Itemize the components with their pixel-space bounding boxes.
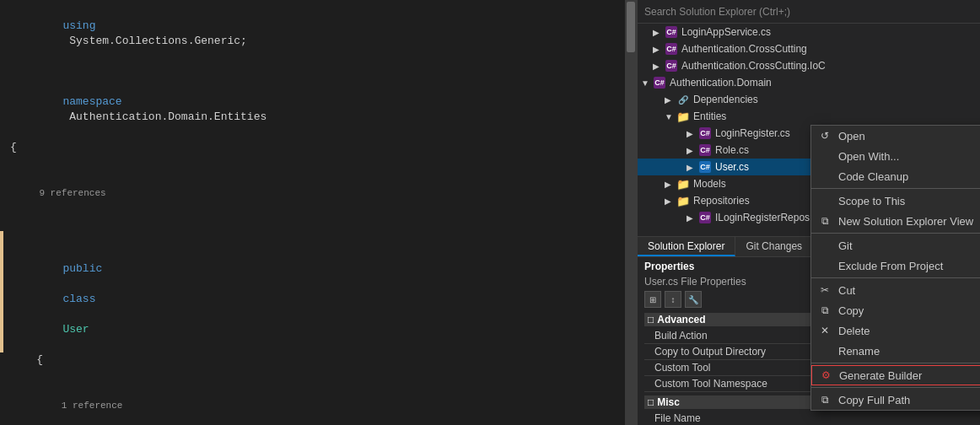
- tab-git-changes[interactable]: Git Changes: [735, 237, 813, 256]
- icon-crosscutting-ioc: C#: [665, 59, 678, 73]
- icon-entities: 📁: [676, 110, 690, 123]
- arrow-crosscutting: ▶: [653, 45, 665, 54]
- tree-item-crosscutting[interactable]: ▶ C# Authentication.CrossCutting: [638, 40, 980, 57]
- ctx-rename[interactable]: Rename: [811, 341, 980, 361]
- ctx-code-cleanup-label: Code Cleanup: [838, 170, 980, 183]
- icon-iloginregisterrepos: C#: [698, 211, 712, 224]
- editor-scrollbar[interactable]: [625, 0, 637, 425]
- scroll-thumb[interactable]: [627, 2, 635, 52]
- ctx-new-se-view-label: New Solution Explorer View: [838, 215, 980, 228]
- copy-icon: ⧉: [818, 304, 832, 317]
- tree-label-domain: Authentication.Domain: [670, 77, 772, 89]
- prop-row-file-name: File Name: [644, 411, 973, 425]
- tree-item-dependencies[interactable]: ▶ 🔗 Dependencies: [638, 91, 980, 108]
- delete-icon: ✕: [818, 324, 832, 337]
- arrow-loginregister: ▶: [687, 129, 698, 138]
- ctx-code-cleanup[interactable]: Code Cleanup: [811, 166, 980, 186]
- icon-user: C#: [698, 160, 712, 174]
- tree-label-role: Role.cs: [715, 144, 749, 156]
- code-line-4: {: [0, 140, 637, 155]
- arrow-repositories: ▶: [665, 196, 676, 206]
- arrow-dependencies: ▶: [665, 95, 676, 105]
- generate-builder-icon: ⚙: [819, 369, 832, 382]
- arrow-iloginregisterrepos: ▶: [687, 213, 698, 223]
- ctx-new-solution-explorer-view[interactable]: ⧉ New Solution Explorer View: [811, 211, 980, 231]
- ctx-git-label: Git: [838, 239, 980, 252]
- arrow-loginappservice: ▶: [653, 28, 665, 37]
- ctx-open-label: Open: [838, 130, 980, 143]
- prop-label-file-name: File Name: [644, 412, 788, 424]
- code-line-8: 1 reference: [0, 368, 637, 425]
- context-menu: ↺ Open Open With... Code Cleanup Scope t…: [810, 125, 980, 411]
- tab-solution-explorer[interactable]: Solution Explorer: [638, 237, 735, 256]
- prop-btn-grid[interactable]: ⊞: [644, 291, 661, 308]
- icon-models: 📁: [676, 177, 690, 191]
- arrow-domain: ▼: [641, 78, 653, 88]
- line-1-content: using System.Collections.Generic;: [3, 3, 637, 64]
- ctx-copy[interactable]: ⧉ Copy: [811, 300, 980, 320]
- git-icon: [818, 239, 832, 252]
- ctx-sep-5: [811, 387, 980, 388]
- ctx-rename-label: Rename: [838, 345, 980, 358]
- code-line-2: [0, 64, 637, 79]
- code-line-3: namespace Authentication.Domain.Entities: [0, 79, 637, 140]
- ctx-sep-4: [811, 363, 980, 363]
- ctx-cut[interactable]: ✂ Cut: [811, 280, 980, 300]
- tree-label-iloginregisterrepos: ILoginRegisterRepos: [715, 212, 810, 223]
- prop-btn-sort[interactable]: ↕: [665, 291, 681, 308]
- arrow-crosscutting-ioc: ▶: [653, 62, 665, 71]
- collapse-advanced: □: [648, 314, 654, 325]
- ctx-open[interactable]: ↺ Open: [811, 126, 980, 146]
- class-user: User: [62, 323, 89, 336]
- code-line-6: public class User: [0, 231, 637, 352]
- ctx-copy-full-path[interactable]: ⧉ Copy Full Path: [811, 390, 980, 410]
- ctx-sep-1: [811, 188, 980, 189]
- prop-label-custom-tool-ns: Custom Tool Namespace: [644, 378, 788, 390]
- line-7-content: {: [3, 352, 637, 368]
- ctx-exclude-from-project[interactable]: Exclude From Project: [811, 256, 980, 276]
- tree-label-repositories: Repositories: [693, 195, 750, 207]
- code-cleanup-icon: [818, 169, 832, 183]
- tree-item-crosscutting-ioc[interactable]: ▶ C# Authentication.CrossCutting.IoC: [638, 57, 980, 74]
- tree-label-crosscutting: Authentication.CrossCutting: [681, 43, 807, 55]
- code-line-5: 9 references: [0, 155, 637, 231]
- tree-label-models: Models: [693, 178, 726, 190]
- tree-item-domain[interactable]: ▼ C# Authentication.Domain: [638, 74, 980, 91]
- editor-panel: using System.Collections.Generic; namesp…: [0, 0, 637, 425]
- tree-label-loginappservice: LoginAppService.cs: [681, 26, 771, 38]
- collapse-misc: □: [648, 396, 654, 408]
- icon-role: C#: [698, 143, 712, 157]
- rename-icon: [818, 344, 832, 358]
- search-placeholder: Search Solution Explorer (Ctrl+;): [644, 6, 790, 18]
- ctx-open-with[interactable]: Open With...: [811, 146, 980, 166]
- icon-loginappservice: C#: [665, 25, 678, 39]
- arrow-role: ▶: [687, 146, 698, 155]
- ctx-copy-full-path-label: Copy Full Path: [838, 394, 980, 406]
- code-line-7: {: [0, 352, 637, 368]
- tree-item-entities[interactable]: ▼ 📁 Entities: [638, 108, 980, 125]
- solution-explorer-panel: Search Solution Explorer (Ctrl+;) ▶ C# L…: [637, 0, 980, 425]
- tree-label-user: User.cs: [715, 161, 749, 173]
- line-2-content: [3, 64, 637, 79]
- prop-label-build-action: Build Action: [644, 330, 788, 342]
- line-6-content: public class User: [3, 231, 637, 352]
- arrow-models: ▶: [665, 180, 676, 189]
- prop-btn-wrench[interactable]: 🔧: [685, 291, 702, 308]
- line-4-content: {: [3, 140, 637, 155]
- scope-icon: [818, 194, 832, 207]
- icon-repositories: 📁: [676, 194, 690, 207]
- prop-label-custom-tool: Custom Tool: [644, 362, 788, 374]
- kw-public: public: [62, 262, 102, 275]
- ctx-delete[interactable]: ✕ Delete: [811, 320, 980, 341]
- tree-item-loginappservice[interactable]: ▶ C# LoginAppService.cs: [638, 24, 980, 40]
- code-area[interactable]: using System.Collections.Generic; namesp…: [0, 0, 637, 425]
- ctx-generate-builder[interactable]: ⚙ Generate Builder: [811, 365, 980, 385]
- ctx-cut-label: Cut: [838, 284, 980, 297]
- tree-label-entities: Entities: [693, 110, 726, 122]
- namespace-name: Authentication.Domain.Entities: [62, 110, 267, 123]
- ctx-delete-label: Delete: [838, 325, 980, 337]
- ctx-git[interactable]: Git: [811, 235, 980, 256]
- tree-label-loginregister: LoginRegister.cs: [715, 127, 790, 139]
- ctx-scope-to-this[interactable]: Scope to This: [811, 191, 980, 211]
- icon-dependencies: 🔗: [676, 93, 690, 106]
